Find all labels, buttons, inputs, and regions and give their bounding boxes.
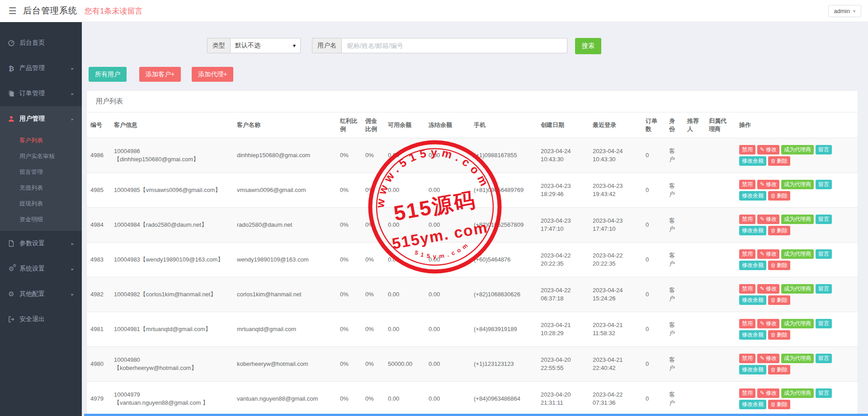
- cell-phone: (+84)983919189: [470, 312, 537, 347]
- edit-button[interactable]: ✎修改: [757, 145, 779, 154]
- add-customer-button[interactable]: 添加客户+: [139, 67, 181, 82]
- chevron-right-icon: ▸: [71, 266, 77, 271]
- edit-button[interactable]: ✎修改: [757, 354, 779, 363]
- trash-icon: [771, 193, 775, 198]
- sidebar-item-dashboard[interactable]: 后台首页: [0, 30, 82, 56]
- delete-button[interactable]: 删除: [768, 226, 790, 235]
- disable-button[interactable]: 禁用: [739, 249, 755, 259]
- disable-button[interactable]: 禁用: [739, 388, 755, 398]
- column-header: 冻结余额: [425, 112, 470, 138]
- table-row: 4985 10004985【vmsawrs0096@gmail.com】 vms…: [87, 173, 858, 208]
- edit-button[interactable]: ✎修改: [757, 215, 779, 224]
- edit-balance-button[interactable]: 修改余额: [739, 226, 766, 235]
- cell-bonus-ratio: 0%: [336, 277, 362, 312]
- edit-balance-button[interactable]: 修改余额: [739, 156, 766, 166]
- trash-icon: [771, 159, 775, 164]
- cell-created: 2023-04-2410:43:30: [537, 138, 589, 173]
- sidebar-item-user-management[interactable]: 用户管理 ▸: [0, 106, 82, 131]
- delete-button[interactable]: 删除: [768, 365, 790, 374]
- cell-frozen-balance: 0.00: [425, 277, 470, 312]
- cell-frozen-balance: 0.00: [425, 312, 470, 347]
- cell-id: 4986: [87, 138, 110, 173]
- message-button[interactable]: 留言: [816, 249, 832, 259]
- edit-button[interactable]: ✎修改: [757, 180, 779, 189]
- edit-button[interactable]: ✎修改: [757, 249, 779, 259]
- cell-role: 客户: [665, 243, 684, 277]
- edit-button[interactable]: ✎修改: [757, 388, 779, 398]
- disable-button[interactable]: 禁用: [739, 319, 755, 328]
- cell-frozen-balance: 0.00: [425, 243, 470, 277]
- dashboard-icon: [7, 39, 15, 47]
- message-button[interactable]: 留言: [816, 354, 832, 363]
- logout-icon: [7, 316, 15, 323]
- cell-id: 4981: [87, 312, 110, 347]
- cell-last-login: 2023-04-2317:47:10: [589, 208, 642, 243]
- edit-balance-button[interactable]: 修改余额: [739, 191, 766, 201]
- sidebar-submenu: 客户列表 用户实名审核 留言管理 充值列表 提现列表 资金明细: [0, 131, 82, 231]
- delete-button[interactable]: 删除: [768, 156, 790, 166]
- unread-message-notice[interactable]: 您有1条未读留言: [85, 6, 142, 16]
- sidebar-group-user-management: 用户管理 ▸ 客户列表 用户实名审核 留言管理 充值列表 提现列表 资金明细: [0, 106, 82, 231]
- sidebar-item-message-management[interactable]: 留言管理: [0, 164, 82, 180]
- disable-button[interactable]: 禁用: [739, 354, 755, 363]
- admin-dropdown[interactable]: admin ▾: [828, 5, 861, 17]
- become-agent-button[interactable]: 成为代理商: [781, 319, 814, 328]
- delete-button[interactable]: 删除: [768, 261, 790, 270]
- pencil-icon: ✎: [760, 147, 764, 153]
- delete-button[interactable]: 删除: [768, 191, 790, 201]
- sidebar-item-parameter-settings[interactable]: 参数设置 ▸: [0, 231, 82, 256]
- delete-button[interactable]: 删除: [768, 400, 790, 409]
- sidebar-item-recharge-list[interactable]: 充值列表: [0, 180, 82, 196]
- disable-button[interactable]: 禁用: [739, 145, 755, 154]
- pencil-icon: ✎: [760, 321, 764, 327]
- become-agent-button[interactable]: 成为代理商: [781, 249, 814, 259]
- become-agent-button[interactable]: 成为代理商: [781, 180, 814, 189]
- sidebar-item-order-management[interactable]: 订单管理 ▸: [0, 81, 82, 106]
- sidebar-item-system-settings[interactable]: ⚙⚙ 系统设置 ▸: [0, 256, 82, 281]
- edit-button[interactable]: ✎修改: [757, 284, 779, 294]
- disable-button[interactable]: 禁用: [739, 180, 755, 189]
- edit-balance-button[interactable]: 修改余额: [739, 400, 766, 409]
- chevron-right-icon: ▸: [71, 117, 77, 122]
- message-button[interactable]: 留言: [816, 319, 832, 328]
- cell-available-balance: 0.00: [384, 312, 425, 347]
- menu-toggle-icon[interactable]: ☰: [9, 5, 17, 16]
- username-input[interactable]: [341, 38, 567, 53]
- delete-button[interactable]: 删除: [768, 330, 790, 340]
- message-button[interactable]: 留言: [816, 145, 832, 154]
- edit-balance-button[interactable]: 修改余额: [739, 330, 766, 340]
- sidebar-item-customer-list[interactable]: 客户列表: [0, 132, 82, 148]
- add-agent-button[interactable]: 添加代理+: [192, 67, 233, 82]
- sidebar-item-other-config[interactable]: ⚙ 其他配置 ▸: [0, 281, 82, 307]
- chevron-right-icon: ▸: [71, 292, 77, 297]
- cell-actions: 禁用 ✎修改 成为代理商 留言 修改余额 删除: [736, 173, 858, 208]
- horizontal-scrollbar[interactable]: [84, 414, 868, 416]
- cell-phone: (+1)0988167855: [470, 138, 537, 173]
- user-table: 编号 客户信息 客户名称 红利比例 佣金比例 可用余额 冻结余额 手机 创建日期…: [87, 112, 858, 416]
- disable-button[interactable]: 禁用: [739, 284, 755, 294]
- edit-button[interactable]: ✎修改: [757, 319, 779, 328]
- sidebar-item-realname-review[interactable]: 用户实名审核: [0, 148, 82, 164]
- edit-balance-button[interactable]: 修改余额: [739, 365, 766, 374]
- sidebar-item-fund-details[interactable]: 资金明细: [0, 211, 82, 227]
- message-button[interactable]: 留言: [816, 180, 832, 189]
- become-agent-button[interactable]: 成为代理商: [781, 284, 814, 294]
- sidebar-item-product-management[interactable]: ₿ 产品管理 ▸: [0, 56, 82, 81]
- sidebar-item-logout[interactable]: 安全退出: [0, 307, 82, 332]
- type-select[interactable]: 默认不选 ▾: [230, 38, 301, 53]
- cell-id: 4982: [87, 277, 110, 312]
- disable-button[interactable]: 禁用: [739, 215, 755, 224]
- become-agent-button[interactable]: 成为代理商: [781, 215, 814, 224]
- message-button[interactable]: 留言: [816, 388, 832, 398]
- edit-balance-button[interactable]: 修改余额: [739, 295, 766, 305]
- delete-button[interactable]: 删除: [768, 295, 790, 305]
- message-button[interactable]: 留言: [816, 215, 832, 224]
- all-users-button[interactable]: 所有用户: [89, 67, 127, 82]
- search-button[interactable]: 搜索: [575, 38, 601, 54]
- edit-balance-button[interactable]: 修改余额: [739, 261, 766, 270]
- sidebar-item-withdraw-list[interactable]: 提现列表: [0, 196, 82, 211]
- become-agent-button[interactable]: 成为代理商: [781, 145, 814, 154]
- message-button[interactable]: 留言: [816, 284, 832, 294]
- become-agent-button[interactable]: 成为代理商: [781, 388, 814, 398]
- become-agent-button[interactable]: 成为代理商: [781, 354, 814, 363]
